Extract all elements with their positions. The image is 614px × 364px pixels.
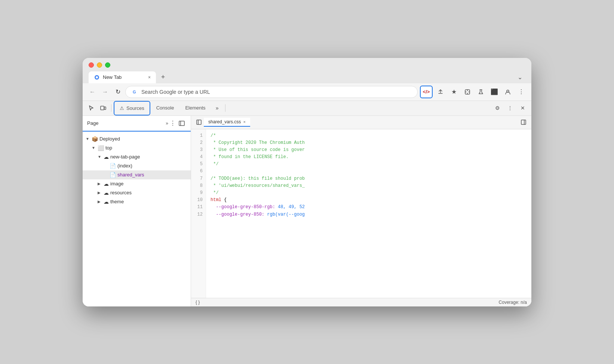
- toolbar-separator-1: [111, 104, 111, 112]
- devtools-icon-wrapper: </>: [420, 86, 433, 98]
- back-button[interactable]: ←: [87, 87, 98, 97]
- top-label: top: [105, 145, 112, 151]
- chevron-right-icon: ▶: [98, 182, 102, 186]
- newtabpage-label: new-tab-page: [110, 154, 140, 160]
- forward-button[interactable]: →: [100, 87, 110, 97]
- traffic-lights: [89, 62, 525, 68]
- title-bar: New Tab × + ⌄: [83, 58, 531, 83]
- code-tab-close-button[interactable]: ×: [243, 120, 245, 124]
- file-tree-options-button[interactable]: ⋮: [170, 120, 176, 127]
- sidebar-button[interactable]: ⬛: [489, 86, 500, 98]
- inspect-element-button[interactable]: [86, 102, 97, 114]
- cursor-icon: [88, 105, 94, 111]
- sidebar-icon: [196, 120, 202, 125]
- devtools-toggle-button[interactable]: </>: [420, 86, 433, 98]
- sharedvars-label: shared_vars: [117, 172, 144, 178]
- tree-item-image[interactable]: ▶ ☁ image: [83, 179, 191, 188]
- top-icon: ⬜: [98, 145, 104, 151]
- file-tree-header: Page » ⋮: [83, 116, 191, 132]
- line-numbers: 1 2 3 4 5 6 7 8 9 10 11 12: [191, 129, 206, 298]
- file-tree-header-actions: » ⋮: [166, 120, 176, 127]
- theme-label: theme: [110, 199, 124, 204]
- tab-sources[interactable]: ⚠ Sources: [114, 101, 150, 115]
- profile-button[interactable]: [502, 86, 513, 98]
- svg-text:G: G: [133, 90, 136, 94]
- menu-button[interactable]: ⋮: [516, 86, 527, 98]
- more-tabs-button[interactable]: »: [212, 102, 223, 114]
- lab-button[interactable]: [475, 86, 486, 98]
- image-label: image: [110, 181, 123, 186]
- tab-close-button[interactable]: ×: [148, 75, 151, 80]
- tree-item-index[interactable]: ▶ 📄 (index): [83, 161, 191, 170]
- tab-elements[interactable]: Elements: [180, 101, 211, 115]
- share-button[interactable]: [435, 86, 446, 98]
- code-editor[interactable]: /* * Copyright 2020 The Chromium Auth * …: [206, 129, 531, 298]
- file-tree-content: ▼ 📦 Deployed ▼ ⬜ top ▼ ☁ new-tab-page: [83, 132, 191, 306]
- code-panel: shared_vars.css × 1 2: [191, 116, 531, 306]
- tree-item-deployed[interactable]: ▼ 📦 Deployed: [83, 135, 191, 144]
- new-tab-button[interactable]: +: [157, 72, 169, 83]
- tree-item-resources[interactable]: ▶ ☁ resources: [83, 188, 191, 197]
- refresh-button[interactable]: ↻: [113, 87, 123, 97]
- puzzle-icon: [464, 89, 470, 95]
- file-tree-title: Page: [87, 120, 98, 126]
- share-icon: [438, 89, 443, 95]
- minimize-traffic-light[interactable]: [97, 62, 102, 68]
- toggle-sources-sidebar-button[interactable]: [194, 117, 204, 127]
- bookmark-button[interactable]: ★: [448, 86, 460, 98]
- console-tab-label: Console: [156, 105, 174, 111]
- lab-icon: [478, 89, 484, 95]
- cloud-icon: ☁: [104, 199, 109, 205]
- deployed-label: Deployed: [99, 136, 120, 142]
- close-traffic-light[interactable]: [89, 62, 94, 68]
- browser-toolbar: ← → ↻ G Search Google or type a URL </> …: [83, 83, 531, 101]
- chrome-favicon: [94, 74, 100, 80]
- code-file-tab[interactable]: shared_vars.css ×: [204, 118, 250, 127]
- tree-item-theme[interactable]: ▶ ☁ theme: [83, 197, 191, 206]
- elements-tab-label: Elements: [185, 105, 205, 111]
- pretty-print-button[interactable]: { }: [196, 300, 200, 305]
- svg-rect-12: [521, 120, 526, 124]
- tab-console[interactable]: Console: [151, 101, 179, 115]
- tree-item-newtabpage[interactable]: ▼ ☁ new-tab-page: [83, 152, 191, 161]
- cloud-icon: ☁: [104, 181, 109, 187]
- svg-rect-6: [101, 106, 104, 110]
- cloud-icon: ☁: [104, 154, 109, 160]
- file-icon: 📄: [110, 163, 116, 169]
- code-statusbar: { } Coverage: n/a: [191, 298, 531, 306]
- chevron-down-icon: ▼: [92, 146, 96, 150]
- toggle-sidebar-button[interactable]: [177, 119, 186, 128]
- tree-item-shared-vars[interactable]: ▶ 📄 shared_vars: [83, 170, 191, 179]
- more-options-button[interactable]: ⋮: [504, 102, 516, 114]
- devtools-topbar-right: ⚙ ⋮ ✕: [492, 102, 528, 114]
- profile-icon: [505, 89, 511, 95]
- cloud-icon: ☁: [104, 190, 109, 196]
- chevron-down-icon: ▼: [98, 155, 102, 159]
- collapse-code-sidebar-button[interactable]: [519, 117, 528, 127]
- sidebar-toggle-icon: [179, 120, 185, 126]
- tree-item-top[interactable]: ▼ ⬜ top: [83, 144, 191, 152]
- sources-tab-label: Sources: [126, 105, 144, 111]
- tab-list-button[interactable]: ⌄: [515, 72, 525, 82]
- close-devtools-button[interactable]: ✕: [517, 102, 528, 114]
- browser-window: New Tab × + ⌄ ← → ↻ G Search Google or t…: [83, 58, 531, 306]
- active-tab[interactable]: New Tab ×: [89, 71, 156, 83]
- address-text: Search Google or type a URL: [141, 89, 210, 95]
- tab-bar: New Tab × + ⌄: [89, 71, 525, 83]
- toolbar-separator-2: [225, 104, 225, 112]
- code-content: 1 2 3 4 5 6 7 8 9 10 11 12 /* * C: [191, 129, 531, 298]
- devtools-panel: ⚠ Sources Console Elements » ⚙ ⋮ ✕ Page: [83, 101, 531, 306]
- collapse-icon: [521, 120, 526, 125]
- devtools-main: Page » ⋮ ▼ �: [83, 116, 531, 306]
- device-toolbar-button[interactable]: [98, 102, 109, 114]
- file-icon-purple: 📄: [110, 172, 116, 178]
- devtools-topbar: ⚠ Sources Console Elements » ⚙ ⋮ ✕: [83, 101, 531, 116]
- extensions-button[interactable]: [462, 86, 473, 98]
- svg-rect-8: [179, 121, 184, 126]
- address-bar[interactable]: G Search Google or type a URL: [125, 86, 418, 98]
- maximize-traffic-light[interactable]: [105, 62, 110, 68]
- more-panels-button[interactable]: »: [166, 121, 168, 126]
- settings-button[interactable]: ⚙: [492, 102, 503, 114]
- code-tab-bar: shared_vars.css ×: [191, 116, 531, 129]
- chevron-down-icon: ▼: [86, 137, 90, 141]
